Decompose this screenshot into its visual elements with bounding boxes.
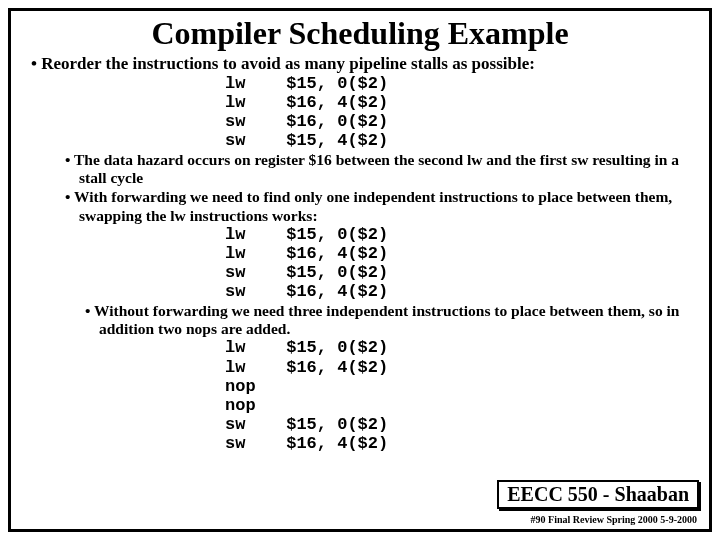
bullet-hazard: The data hazard occurs on register $16 b…	[65, 151, 695, 188]
bullet-forwarding: With forwarding we need to find only one…	[65, 188, 695, 225]
code-block-original: lw $15, 0($2) lw $16, 4($2) sw $16, 0($2…	[225, 74, 695, 150]
footer-meta: #90 Final Review Spring 2000 5-9-2000	[531, 514, 697, 525]
code-block-nops: lw $15, 0($2) lw $16, 4($2) nop nop sw $…	[225, 338, 695, 452]
footer-course-box: EECC 550 - Shaaban	[497, 480, 699, 509]
bullet-no-forwarding: Without forwarding we need three indepen…	[85, 302, 695, 339]
slide-title: Compiler Scheduling Example	[25, 15, 695, 52]
slide-frame: Compiler Scheduling Example Reorder the …	[8, 8, 712, 532]
code-block-forwarding: lw $15, 0($2) lw $16, 4($2) sw $15, 0($2…	[225, 225, 695, 301]
bullet-reorder: Reorder the instructions to avoid as man…	[31, 54, 695, 74]
